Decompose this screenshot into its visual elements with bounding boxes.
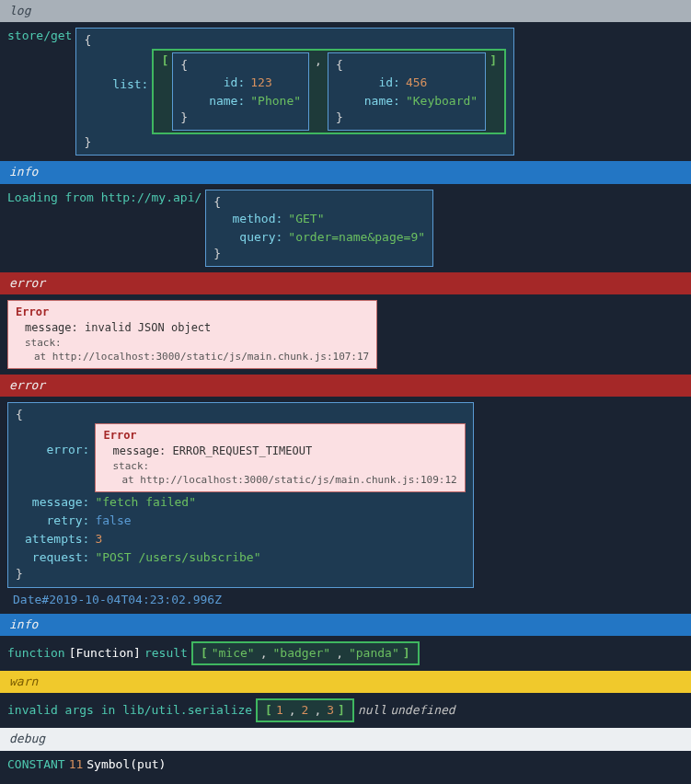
open-brace: { [336, 57, 478, 74]
undefined-literal: undefined [390, 702, 455, 719]
array-item: 2 [302, 702, 309, 719]
log-prefix: store/get [7, 28, 72, 44]
key-id: id: [354, 75, 400, 91]
comma: , [334, 645, 345, 662]
close-brace: } [16, 566, 466, 582]
key-id: id: [199, 75, 245, 91]
error-stack-label: stack: [16, 336, 369, 350]
close-bracket: ] [338, 702, 345, 719]
key-message: message: [25, 494, 89, 511]
open-bracket: [ [201, 645, 208, 662]
section-header-warn: warn [0, 671, 691, 693]
warn-prefix: invalid args in lib/util.serialize [7, 702, 252, 719]
array-item-1: { id: 456 name: "Keyboard" } [328, 52, 486, 131]
open-brace: { [84, 32, 506, 49]
result-label: result [144, 645, 188, 662]
comma: , [287, 702, 298, 719]
key-request: request: [25, 549, 89, 566]
symbol-value: Symbol(put) [86, 756, 166, 773]
error-message: ERROR_REQUEST_TIMEOUT [172, 444, 312, 457]
array-item: 1 [276, 702, 283, 719]
array-item: "panda" [349, 645, 399, 662]
key-attempts: attempts: [25, 531, 89, 548]
error-title: Error [103, 428, 456, 444]
section-header-error: error [0, 375, 691, 397]
close-bracket: ] [489, 52, 497, 69]
close-bracket: ] [403, 645, 410, 662]
close-brace: } [180, 110, 301, 126]
error2-object: { error: Error message: ERROR_REQUEST_TI… [7, 402, 474, 588]
value-name: "Phone" [250, 93, 301, 110]
open-brace: { [213, 194, 425, 211]
key-list: list: [102, 49, 148, 93]
log-object: { list: [ { id: 123 name: "Phone" } , [75, 28, 514, 156]
section-header-info: info [0, 161, 691, 183]
value-message: "fetch failed" [95, 494, 465, 511]
close-brace: } [336, 110, 478, 126]
list-array: [ { id: 123 name: "Phone" } , { [152, 49, 506, 134]
info1-prefix: Loading from http://my.api/ [7, 190, 202, 206]
error-message-label: message: [112, 444, 166, 457]
section-body-log: store/get { list: [ { id: 123 name: "Pho… [0, 22, 691, 161]
value-method: "GET" [288, 211, 425, 227]
value-request: "POST /users/subscribe" [95, 549, 465, 566]
open-bracket: [ [265, 702, 272, 719]
section-body-debug: CONSTANT 11 Symbol(put) [0, 751, 691, 778]
null-literal: null [358, 702, 386, 719]
error-stack-line: at http://localhost:3000/static/js/main.… [103, 473, 456, 487]
inner-error-box: Error message: ERROR_REQUEST_TIMEOUT sta… [95, 423, 465, 491]
key-name: name: [199, 93, 245, 110]
open-brace: { [16, 407, 466, 423]
comma: , [313, 52, 324, 69]
close-brace: } [84, 134, 506, 151]
section-body-info1: Loading from http://my.api/ { method: "G… [0, 184, 691, 273]
error-box: Error message: invalid JSON object stack… [7, 300, 377, 368]
function-label: function [7, 645, 65, 662]
key-error: error: [25, 423, 89, 458]
error-message: invalid JSON object [85, 321, 211, 334]
error-title: Error [16, 305, 369, 320]
section-header-log: log [0, 0, 691, 22]
value-id: 123 [250, 75, 301, 91]
open-brace: { [180, 57, 301, 74]
section-header-error: error [0, 272, 691, 294]
value-attempts: 3 [95, 531, 465, 548]
result-array: [ "mice" , "badger" , "panda" ] [191, 641, 420, 665]
error-stack-label: stack: [103, 459, 456, 473]
section-body-error2: { error: Error message: ERROR_REQUEST_TI… [0, 397, 691, 614]
array-item: 3 [327, 702, 334, 719]
value-name: "Keyboard" [406, 93, 478, 110]
function-tag: [Function] [69, 645, 141, 662]
constant-label: CONSTANT [7, 756, 65, 773]
key-name: name: [354, 93, 400, 110]
comma: , [259, 645, 270, 662]
warn-array: [ 1 , 2 , 3 ] [256, 698, 354, 722]
error-message-label: message: [25, 321, 78, 334]
date-stamp: Date#2019-10-04T04:23:02.996Z [13, 592, 222, 608]
info1-object: { method: "GET" query: "order=name&page=… [205, 190, 433, 268]
close-brace: } [213, 246, 425, 262]
value-query: "order=name&page=9" [288, 229, 425, 246]
key-retry: retry: [25, 513, 89, 529]
section-body-info2: function [Function] result [ "mice" , "b… [0, 636, 691, 671]
array-item: "mice" [212, 645, 255, 662]
key-query: query: [232, 229, 282, 246]
comma: , [312, 702, 323, 719]
section-body-warn: invalid args in lib/util.serialize [ 1 ,… [0, 693, 691, 728]
constant-value: 11 [69, 756, 84, 773]
array-item: "badger" [273, 645, 331, 662]
section-header-debug: debug [0, 728, 691, 750]
error-stack-line: at http://localhost:3000/static/js/main.… [16, 350, 369, 363]
section-body-error1: Error message: invalid JSON object stack… [0, 294, 691, 374]
array-item-0: { id: 123 name: "Phone" } [172, 52, 309, 131]
value-id: 456 [406, 75, 478, 91]
open-bracket: [ [161, 52, 168, 69]
key-method: method: [232, 211, 282, 227]
section-header-info: info [0, 614, 691, 636]
value-retry: false [95, 513, 465, 529]
